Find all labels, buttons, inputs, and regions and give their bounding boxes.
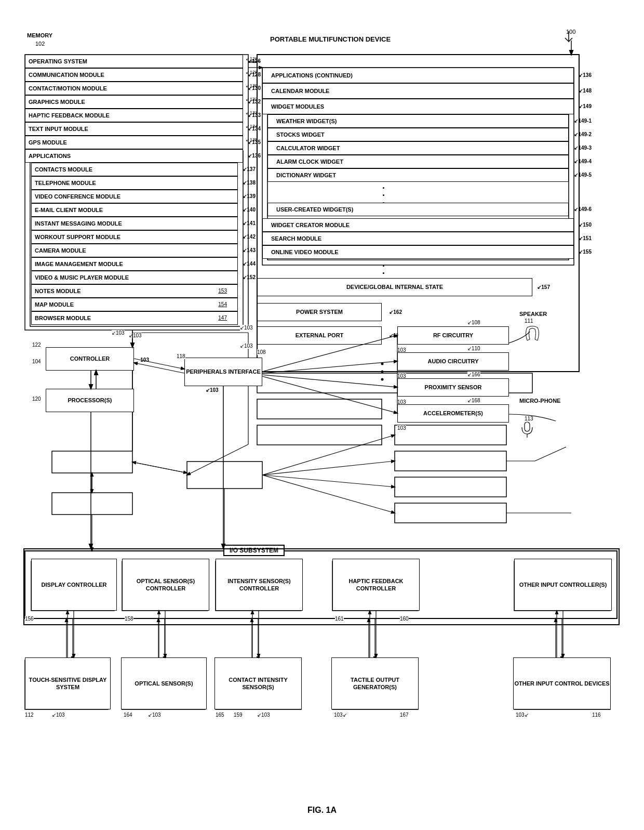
app-continued-header: APPLICATIONS (CONTINUED) ↙136 — [262, 68, 574, 83]
controller-label-104: 104 — [32, 359, 41, 364]
svg-line-74 — [262, 361, 397, 373]
intensity-sensor-controller: INTENSITY SENSOR(S) CONTROLLER — [216, 559, 303, 611]
accel-num-168: ↙168 — [467, 398, 480, 403]
ref-130: ↙130 — [246, 83, 258, 88]
contact-sensor-num-165: 165 — [216, 712, 224, 718]
contact-motion-module: CONTACT/MOTION MODULE ↙130 — [25, 82, 243, 95]
notes-module: NOTES MODULE 153 — [31, 284, 238, 298]
svg-line-68 — [134, 363, 184, 373]
ref-135: ↙135 — [246, 137, 258, 142]
ref-134: ↙134 — [246, 124, 258, 129]
peripherals-box: PERIPHERALS INTERFACE ↙103 — [184, 358, 262, 386]
ref-103-1: ↙103 — [240, 325, 253, 331]
peripherals-num-118: 118 — [177, 353, 185, 359]
telephone-module: TELEPHONE MODULE ↙138 — [31, 176, 238, 190]
svg-rect-7 — [257, 425, 382, 445]
device-global-state: DEVICE/GLOBAL INTERNAL STATE ↙157 — [257, 278, 532, 296]
other-input-control-devices: OTHER INPUT CONTROL DEVICES — [513, 657, 611, 709]
device-label: PORTABLE MULTIFUNCTION DEVICE — [270, 35, 391, 43]
svg-point-58 — [381, 363, 384, 365]
optical-sensor-num-164: 164 — [124, 712, 132, 718]
stocks-widget: STOCKS WIDGET ↙149-2 — [267, 128, 569, 141]
browser-module: BROWSER MODULE 147 — [31, 311, 238, 325]
touch-display-num-112: 112 — [25, 712, 34, 718]
svg-rect-9 — [395, 451, 506, 471]
speaker-label: SPEAKER — [519, 311, 547, 317]
svg-line-28 — [132, 462, 187, 473]
svg-rect-14 — [52, 493, 132, 515]
controller-box: CONTROLLER 103 — [46, 347, 134, 371]
svg-rect-8 — [395, 425, 506, 445]
bus-label-103-main: ↙103 — [129, 333, 142, 338]
figure-label: FIG. 1A — [260, 806, 384, 815]
video-conf-module: VIDEO CONFERENCE MODULE ↙139 — [31, 190, 238, 203]
svg-rect-10 — [395, 477, 506, 497]
haptic-module: HAPTIC FEEDBACK MODULE ↙133 — [25, 109, 243, 122]
workout-module: WORKOUT SUPPORT MODULE ↙142 — [31, 230, 238, 244]
camera-module: CAMERA MODULE ↙143 — [31, 244, 238, 257]
map-module: MAP MODULE 154 — [31, 298, 238, 311]
widget-modules-header: WIDGET MODULES ↙149 — [262, 99, 574, 114]
processor-box: PROCESSOR(S) — [46, 389, 134, 412]
memory-label: MEMORY — [27, 32, 52, 38]
svg-line-75 — [262, 375, 397, 387]
optical-sensor-controller: OPTICAL SENSOR(S) CONTROLLER — [122, 559, 209, 611]
tactile-num-167: 167 — [400, 712, 409, 718]
touch-display-system: TOUCH-SENSITIVE DISPLAY SYSTEM — [25, 657, 111, 709]
optical-sensors: OPTICAL SENSOR(S) — [121, 657, 207, 709]
display-ctrl-num: 156 — [25, 616, 34, 622]
calculator-widget: CALCULATOR WIDGET ↙149-3 — [267, 141, 569, 155]
os-module: OPERATING SYSTEM ↙126 — [25, 55, 243, 68]
svg-line-52 — [535, 447, 566, 461]
contact-intensity-sensors: CONTACT INTENSITY SENSOR(S) — [214, 657, 302, 709]
other-devices-num-103: 103↙ — [516, 712, 529, 718]
accel-num-103: 103 — [397, 425, 406, 431]
graphics-module: GRAPHICS MODULE ↙132 — [25, 95, 243, 109]
ref-126: ↙126 — [246, 56, 258, 61]
online-video-module: ONLINE VIDEO MODULE ↙155 — [262, 245, 574, 259]
dictionary-widget: DICTIONARY WIDGET ↙149-5 — [267, 168, 569, 182]
rf-circuitry: RF CIRCUITRY — [397, 326, 509, 345]
io-subsystem-label: I/O SUBSYSTEM — [223, 545, 285, 556]
svg-line-33 — [262, 461, 395, 475]
comm-module: COMMUNICATION MODULE ↙128 — [25, 68, 243, 82]
processor-label-120: 120 — [32, 396, 41, 402]
ref-128: ↙128 — [246, 70, 258, 75]
memory-num: 102 — [35, 41, 45, 47]
svg-line-76 — [262, 376, 397, 413]
svg-line-32 — [262, 435, 395, 475]
optical-sensor-num-103: ↙103 — [148, 712, 161, 718]
accelerometer: ACCELEROMETER(S) — [397, 404, 509, 423]
email-module: E-MAIL CLIENT MODULE ↙140 — [31, 203, 238, 217]
speaker-num: 111 — [525, 318, 533, 324]
ref-133: ↙133 — [246, 110, 258, 115]
contact-sensor-num-103: ↙103 — [257, 712, 270, 718]
external-port: EXTERNAL PORT ↙124 — [257, 326, 382, 345]
applications-header: APPLICATIONS ↙136 — [25, 149, 243, 163]
svg-line-35 — [262, 475, 395, 513]
text-input-module: TEXT INPUT MODULE ↙134 — [25, 122, 243, 136]
svg-point-59 — [381, 371, 384, 373]
power-system: POWER SYSTEM ↙162 — [257, 303, 382, 321]
svg-rect-11 — [395, 503, 506, 523]
image-mgmt-module: IMAGE MANAGEMENT MODULE ↙144 — [31, 257, 238, 271]
proximity-sensor: PROXIMITY SENSOR — [397, 378, 509, 397]
contact-sensor-num-159: 159 — [234, 712, 243, 718]
instant-msg-module: INSTANT MESSAGING MODULE ↙141 — [31, 217, 238, 230]
prox-num-166: ↙166 — [467, 372, 480, 377]
audio-num-110: ↙110 — [467, 346, 480, 351]
svg-line-27 — [132, 462, 187, 473]
other-input-controller: OTHER INPUT CONTROLLER(S) — [514, 559, 612, 611]
controller-label-122: 122 — [32, 342, 41, 348]
svg-rect-63 — [525, 422, 530, 431]
tactile-output-generators: TACTILE OUTPUT GENERATOR(S) — [331, 657, 419, 709]
haptic-ctrl-num-161: 161 — [335, 616, 344, 622]
audio-circuitry: AUDIO CIRCUITRY — [397, 352, 509, 371]
widget-creator-module: WIDGET CREATOR MODULE ↙150 — [262, 218, 574, 232]
svg-rect-12 — [52, 451, 132, 473]
rf-num-108: ↙108 — [467, 320, 480, 325]
contacts-module: CONTACTS MODULE ↙137 — [31, 163, 238, 176]
svg-line-37 — [187, 444, 248, 475]
svg-rect-13 — [187, 462, 262, 489]
bus-103-label-1: ↙103 — [112, 330, 125, 336]
